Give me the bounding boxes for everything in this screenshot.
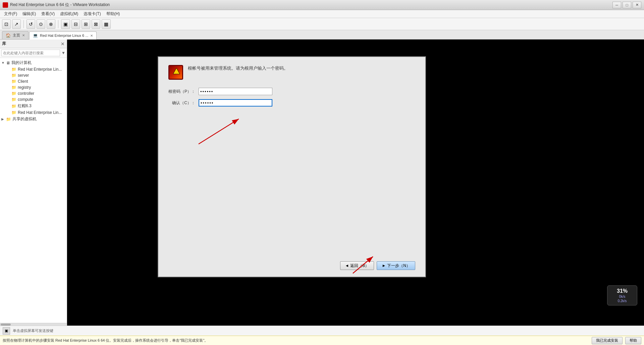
sidebar-item-label: Red Hat Enterprise Lin... bbox=[18, 67, 62, 72]
sidebar-item-label: 共享的虚拟机 bbox=[12, 116, 37, 122]
toolbar: ⊡ ↗ ↺ ⊙ ⊗ ▣ ⊟ ⊞ ⊠ ▦ bbox=[0, 18, 644, 30]
vm-tab-icon: 💻 bbox=[33, 33, 38, 38]
folder-icon-1: 📁 bbox=[11, 67, 16, 72]
close-button[interactable]: ✕ bbox=[633, 2, 641, 8]
tab-vm-label: Red Hat Enterprise Linux 6 ... bbox=[40, 33, 88, 38]
folder-icon-6: 📁 bbox=[11, 97, 16, 102]
sidebar-item-label: Client bbox=[18, 79, 28, 84]
sidebar-scrollbar[interactable] bbox=[0, 323, 67, 326]
menu-edit[interactable]: 编辑(E) bbox=[20, 10, 39, 17]
finish-install-button[interactable]: 我已完成安装 bbox=[592, 337, 623, 344]
redhat-logo-icon bbox=[168, 65, 183, 80]
menu-vm[interactable]: 虚拟机(M) bbox=[57, 10, 81, 17]
confirm-label: 确认（C）： bbox=[168, 100, 199, 106]
sidebar-header: 库 ✕ bbox=[0, 40, 67, 48]
minimize-button[interactable]: ─ bbox=[612, 2, 621, 8]
tab-vm[interactable]: 💻 Red Hat Enterprise Linux 6 ... ✕ bbox=[29, 31, 97, 40]
sidebar-item-label: server bbox=[18, 73, 29, 78]
back-label: 返回（B） bbox=[350, 263, 369, 269]
sidebar-item-my-computer[interactable]: ▼ 🖥 我的计算机 bbox=[0, 59, 67, 66]
sidebar-item-server[interactable]: 📁 server bbox=[0, 72, 67, 78]
confirm-input[interactable] bbox=[199, 99, 272, 107]
menu-file[interactable]: 文件(F) bbox=[1, 10, 20, 17]
back-icon: ◄ bbox=[345, 263, 349, 268]
search-input[interactable] bbox=[1, 50, 60, 56]
folder-icon-8: 📁 bbox=[11, 110, 16, 115]
folder-icon-7: 📁 bbox=[11, 104, 16, 109]
sidebar-item-label: compute bbox=[18, 97, 33, 102]
sidebar-item-rhel1[interactable]: 📁 Red Hat Enterprise Lin... bbox=[0, 66, 67, 72]
toolbar-btn-5[interactable]: ⊗ bbox=[47, 19, 55, 29]
toolbar-separator-2 bbox=[58, 20, 58, 28]
menu-help[interactable]: 帮助(H) bbox=[104, 10, 123, 17]
help-button[interactable]: 帮助 bbox=[625, 337, 641, 344]
vm-status-icon: ▣ bbox=[3, 327, 10, 335]
sidebar: 库 ✕ ▼ ▼ 🖥 我的计算机 📁 Red Hat Enterprise Lin… bbox=[0, 40, 67, 326]
folder-icon-5: 📁 bbox=[11, 91, 16, 96]
toolbar-btn-2[interactable]: ↗ bbox=[12, 19, 21, 29]
tab-vm-close[interactable]: ✕ bbox=[90, 34, 93, 38]
upload-speed: 0.2k/s bbox=[618, 299, 627, 303]
password-label: 根密码（P）： bbox=[168, 89, 199, 94]
shared-folder-icon: 📁 bbox=[6, 117, 11, 122]
sidebar-item-label: 红帽6.3 bbox=[18, 103, 32, 109]
sidebar-item-shared[interactable]: ▶ 📁 共享的虚拟机 bbox=[0, 116, 67, 123]
confirm-row: 确认（C）： bbox=[168, 99, 415, 107]
titlebar: Red Hat Enterprise Linux 6 64 位 - VMware… bbox=[0, 0, 644, 10]
next-icon: ► bbox=[382, 263, 386, 268]
menu-view[interactable]: 查看(V) bbox=[39, 10, 57, 17]
info-bar: 按照在物理计算机中的步骤安装 Red Hat Enterprise Linux … bbox=[0, 336, 644, 345]
sidebar-item-client[interactable]: 📁 Client bbox=[0, 78, 67, 84]
network-speed-widget: 31% 0k/s 0.2k/s bbox=[607, 285, 637, 305]
toolbar-btn-8[interactable]: ⊞ bbox=[82, 19, 90, 29]
search-dropdown-icon[interactable]: ▼ bbox=[61, 51, 65, 55]
tab-home[interactable]: 🏠 主页 ✕ bbox=[2, 31, 29, 39]
password-row: 根密码（P）： bbox=[168, 88, 415, 95]
toolbar-btn-4[interactable]: ⊙ bbox=[37, 19, 45, 29]
toolbar-btn-9[interactable]: ⊠ bbox=[92, 19, 100, 29]
dialog-inner: 根帐号被用来管理系统。请为根用户输入一个密码。 根密码（P）： 确认（C）： bbox=[158, 57, 425, 277]
toolbar-btn-1[interactable]: ⊡ bbox=[2, 19, 11, 29]
dialog-header: 根帐号被用来管理系统。请为根用户输入一个密码。 bbox=[168, 65, 415, 80]
dialog-buttons: ◄ 返回（B） ► 下一步（N） bbox=[340, 261, 415, 270]
info-text: 按照在物理计算机中的步骤安装 Red Hat Enterprise Linux … bbox=[3, 338, 589, 343]
sidebar-title: 库 bbox=[2, 41, 6, 47]
sidebar-close-button[interactable]: ✕ bbox=[61, 41, 65, 47]
password-input[interactable] bbox=[199, 88, 272, 95]
sidebar-item-redhatos[interactable]: 📁 红帽6.3 bbox=[0, 102, 67, 110]
sidebar-item-registry[interactable]: 📁 registry bbox=[0, 84, 67, 90]
window-title: Red Hat Enterprise Linux 6 64 位 - VMware… bbox=[10, 2, 612, 8]
search-bar: ▼ bbox=[0, 48, 67, 58]
next-button[interactable]: ► 下一步（N） bbox=[377, 261, 415, 270]
sidebar-tree: ▼ 🖥 我的计算机 📁 Red Hat Enterprise Lin... 📁 … bbox=[0, 58, 67, 323]
tab-home-label: 主页 bbox=[13, 33, 20, 38]
toolbar-btn-3[interactable]: ↺ bbox=[26, 19, 35, 29]
sidebar-item-compute[interactable]: 📁 compute bbox=[0, 96, 67, 102]
folder-icon-4: 📁 bbox=[11, 85, 16, 90]
computer-icon: 🖥 bbox=[6, 61, 10, 65]
toolbar-separator-1 bbox=[23, 20, 24, 28]
toolbar-btn-7[interactable]: ⊟ bbox=[71, 19, 80, 29]
expand-shared: ▶ bbox=[1, 117, 5, 121]
cpu-percent: 31% bbox=[617, 288, 628, 294]
sidebar-item-controller[interactable]: 📁 controller bbox=[0, 90, 67, 96]
back-button[interactable]: ◄ 返回（B） bbox=[340, 261, 374, 270]
toolbar-btn-10[interactable]: ▦ bbox=[102, 19, 111, 29]
sidebar-item-rhel2[interactable]: 📁 Red Hat Enterprise Lin... bbox=[0, 110, 67, 116]
main-content: 库 ✕ ▼ ▼ 🖥 我的计算机 📁 Red Hat Enterprise Lin… bbox=[0, 40, 644, 326]
window-controls: ─ □ ✕ bbox=[612, 2, 641, 8]
menu-tab[interactable]: 选项卡(T) bbox=[81, 10, 103, 17]
toolbar-btn-6[interactable]: ▣ bbox=[61, 19, 70, 29]
tabbar: 🏠 主页 ✕ 💻 Red Hat Enterprise Linux 6 ... … bbox=[0, 30, 644, 40]
next-arrow-annotation bbox=[158, 236, 425, 277]
tab-home-close[interactable]: ✕ bbox=[22, 33, 25, 37]
maximize-button[interactable]: □ bbox=[623, 2, 631, 8]
vm-area[interactable]: 根帐号被用来管理系统。请为根用户输入一个密码。 根密码（P）： 确认（C）： bbox=[67, 40, 644, 326]
sidebar-item-label: controller bbox=[18, 91, 34, 96]
sidebar-item-label: 我的计算机 bbox=[11, 60, 32, 66]
scroll-thumb[interactable] bbox=[1, 324, 11, 326]
sidebar-item-label: registry bbox=[18, 85, 31, 90]
svg-line-1 bbox=[199, 119, 239, 144]
root-password-dialog: 根帐号被用来管理系统。请为根用户输入一个密码。 根密码（P）： 确认（C）： bbox=[158, 56, 426, 277]
sidebar-item-label: Red Hat Enterprise Lin... bbox=[18, 110, 62, 115]
